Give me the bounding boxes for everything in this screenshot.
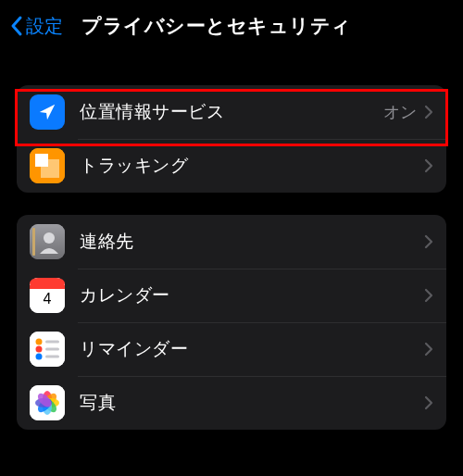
row-location-services[interactable]: 位置情報サービス オン <box>17 85 446 139</box>
svg-point-10 <box>36 339 43 345</box>
svg-point-12 <box>36 354 43 360</box>
svg-rect-1 <box>35 154 48 167</box>
svg-rect-14 <box>45 348 59 351</box>
settings-group-2: 連絡先 4 カレンダー リマインダー <box>17 215 446 430</box>
location-arrow-icon <box>30 94 65 130</box>
svg-text:4: 4 <box>44 291 52 307</box>
chevron-right-icon <box>424 234 433 249</box>
contacts-icon <box>30 224 65 259</box>
row-photos[interactable]: 写真 <box>17 376 446 430</box>
row-label: トラッキング <box>80 154 424 178</box>
svg-rect-3 <box>32 228 35 256</box>
row-label: 連絡先 <box>80 230 424 254</box>
svg-rect-7 <box>30 285 65 289</box>
back-button[interactable]: 設定 <box>9 14 63 39</box>
settings-group-1: 位置情報サービス オン トラッキング <box>17 85 446 193</box>
chevron-right-icon <box>424 288 433 303</box>
row-label: リマインダー <box>80 337 424 361</box>
row-label: カレンダー <box>80 283 424 307</box>
row-label: 写真 <box>80 391 424 415</box>
chevron-left-icon <box>9 15 24 37</box>
svg-point-11 <box>36 346 43 353</box>
calendar-icon: 4 <box>30 278 65 313</box>
svg-point-4 <box>44 232 55 244</box>
chevron-right-icon <box>424 105 433 119</box>
row-contacts[interactable]: 連絡先 <box>17 215 446 269</box>
row-calendar[interactable]: 4 カレンダー <box>17 269 446 322</box>
row-status: オン <box>383 101 417 123</box>
nav-header: 設定 プライバシーとセキュリティ <box>0 0 463 56</box>
page-title: プライバシーとセキュリティ <box>81 13 352 39</box>
row-reminders[interactable]: リマインダー <box>17 322 446 376</box>
row-tracking[interactable]: トラッキング <box>17 139 446 193</box>
back-label: 設定 <box>26 14 63 39</box>
reminders-icon <box>30 332 65 367</box>
chevron-right-icon <box>424 342 433 357</box>
photos-icon <box>30 385 65 420</box>
chevron-right-icon <box>424 395 433 410</box>
tracking-icon <box>30 148 65 183</box>
row-label: 位置情報サービス <box>80 100 383 124</box>
svg-rect-13 <box>45 341 59 344</box>
svg-rect-15 <box>45 356 59 358</box>
chevron-right-icon <box>424 158 433 173</box>
